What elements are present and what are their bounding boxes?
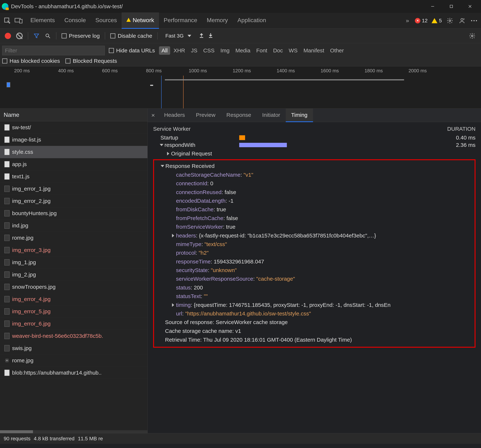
main-tab-memory[interactable]: Memory — [202, 12, 233, 29]
horizontal-scrollbar[interactable] — [0, 430, 147, 433]
request-row[interactable]: img_2.jpg — [0, 269, 147, 281]
inspect-icon[interactable] — [3, 16, 12, 25]
main-tab-sources[interactable]: Sources — [91, 12, 122, 29]
request-row[interactable]: img_error_2.jpg — [0, 195, 147, 207]
request-row[interactable]: ind.jpg — [0, 219, 147, 232]
request-row[interactable]: rome.jpg — [0, 232, 147, 244]
record-button[interactable] — [5, 33, 11, 39]
close-button[interactable] — [461, 1, 479, 12]
filter-type-other[interactable]: Other — [328, 46, 346, 55]
timeline-slider[interactable] — [165, 79, 404, 80]
property-row[interactable]: protocol: "h2" — [156, 248, 473, 257]
disclosure-triangle-icon[interactable] — [172, 303, 174, 307]
property-row[interactable]: fromDiskCache: true — [156, 205, 473, 214]
settings-icon[interactable] — [446, 17, 454, 25]
file-type-icon — [4, 345, 9, 351]
main-tab-performance[interactable]: Performance — [159, 12, 202, 29]
property-row[interactable]: headers: {x-fastly-request-id: "b1ca157e… — [156, 231, 473, 240]
property-row[interactable]: connectionId: 0 — [156, 179, 473, 188]
request-row[interactable]: img_error_6.jpg — [0, 318, 147, 330]
property-row[interactable]: securityState: "unknown" — [156, 266, 473, 275]
request-row[interactable]: blob:https://anubhamathur14.github.. — [0, 367, 147, 379]
minimize-button[interactable] — [423, 1, 442, 12]
hide-data-urls-checkbox[interactable]: Hide data URLs — [109, 47, 155, 54]
search-icon[interactable] — [45, 33, 51, 39]
request-row[interactable]: snowTroopers.jpg — [0, 281, 147, 293]
filter-toggle-icon[interactable] — [33, 33, 40, 39]
property-row[interactable]: status: 200 — [156, 283, 473, 292]
property-row[interactable]: fromServiceWorker: true — [156, 223, 473, 231]
clear-button[interactable] — [16, 33, 23, 39]
request-row[interactable]: style.css — [0, 146, 147, 158]
kebab-menu-icon[interactable] — [470, 17, 478, 25]
property-row[interactable]: url: "https://anubhamathur14.github.io/s… — [156, 309, 473, 318]
response-received-node[interactable]: Response Received — [156, 162, 473, 170]
request-row[interactable]: weaver-bird-nest-56e6c0323df78c5b. — [0, 330, 147, 342]
property-row[interactable]: cacheStorageCacheName: "v1" — [156, 171, 473, 179]
name-column-header[interactable]: Name — [0, 109, 147, 121]
request-row[interactable]: img_error_4.jpg — [0, 293, 147, 305]
device-toggle-icon[interactable] — [14, 16, 23, 25]
blocked-requests-checkbox[interactable]: Blocked Requests — [65, 58, 117, 64]
disable-cache-checkbox[interactable]: Disable cache — [110, 33, 152, 39]
property-row[interactable]: serviceWorkerResponseSource: "cache-stor… — [156, 275, 473, 283]
filter-type-css[interactable]: CSS — [201, 46, 217, 55]
warning-count[interactable]: 5 — [432, 18, 442, 24]
property-row[interactable]: connectionReused: false — [156, 188, 473, 196]
request-row[interactable]: bountyHunters.jpg — [0, 207, 147, 219]
request-name: ind.jpg — [12, 223, 28, 229]
request-row[interactable]: img_error_5.jpg — [0, 305, 147, 318]
upload-har-icon[interactable] — [199, 32, 204, 39]
detail-tab-preview[interactable]: Preview — [190, 109, 221, 122]
filter-type-doc[interactable]: Doc — [271, 46, 285, 55]
error-count[interactable]: × 12 — [415, 18, 428, 24]
main-tab-elements[interactable]: Elements — [26, 12, 60, 29]
request-row[interactable]: sw-test/ — [0, 121, 147, 134]
property-row[interactable]: mimeType: "text/css" — [156, 240, 473, 248]
maximize-button[interactable] — [442, 1, 460, 12]
disclosure-triangle-icon[interactable] — [160, 144, 163, 146]
network-settings-icon[interactable] — [468, 32, 476, 40]
more-panels-button[interactable]: » — [404, 13, 411, 28]
disclosure-triangle-icon[interactable] — [172, 234, 174, 238]
filter-type-img[interactable]: Img — [218, 46, 232, 55]
main-tab-console[interactable]: Console — [60, 12, 90, 29]
filter-input[interactable] — [2, 46, 105, 55]
filter-type-media[interactable]: Media — [233, 46, 253, 55]
property-row[interactable]: encodedDataLength: -1 — [156, 196, 473, 205]
filter-type-font[interactable]: Font — [254, 46, 270, 55]
filter-type-all[interactable]: All — [159, 46, 170, 55]
property-row[interactable]: fromPrefetchCache: false — [156, 214, 473, 223]
request-row[interactable]: app.js — [0, 158, 147, 171]
property-row[interactable]: responseTime: 1594332961968.047 — [156, 257, 473, 266]
property-row[interactable]: timing: {requestTime: 1746751.185435, pr… — [156, 301, 473, 309]
svg-point-13 — [46, 34, 49, 37]
network-overview-timeline[interactable]: 200 ms400 ms600 ms800 ms1000 ms1200 ms14… — [0, 67, 481, 109]
download-har-icon[interactable] — [208, 32, 213, 39]
filter-type-js[interactable]: JS — [188, 46, 200, 55]
filter-type-xhr[interactable]: XHR — [171, 46, 188, 55]
file-type-icon — [4, 333, 9, 339]
account-icon[interactable] — [458, 17, 466, 25]
main-tab-network[interactable]: Network — [122, 12, 159, 29]
property-row[interactable]: statusText: "" — [156, 292, 473, 300]
main-tab-application[interactable]: Application — [233, 12, 271, 29]
filter-type-manifest[interactable]: Manifest — [301, 46, 327, 55]
original-request-node[interactable]: Original Request — [153, 149, 475, 158]
has-blocked-cookies-checkbox[interactable]: Has blocked cookies — [2, 58, 60, 64]
request-row[interactable]: img_1.jpg — [0, 256, 147, 269]
request-row[interactable]: swis.jpg — [0, 342, 147, 354]
throttling-select[interactable]: Fast 3G — [163, 32, 194, 40]
request-row[interactable]: text1.js — [0, 171, 147, 183]
detail-tab-response[interactable]: Response — [221, 109, 257, 122]
filter-type-ws[interactable]: WS — [286, 46, 300, 55]
request-row[interactable]: img_error_1.jpg — [0, 183, 147, 195]
detail-tab-initiator[interactable]: Initiator — [257, 109, 286, 122]
request-row[interactable]: image-list.js — [0, 134, 147, 146]
preserve-log-checkbox[interactable]: Preserve log — [61, 33, 100, 39]
detail-tab-headers[interactable]: Headers — [159, 109, 190, 122]
request-row[interactable]: img_error_3.jpg — [0, 244, 147, 256]
request-row[interactable]: rome.jpg — [0, 354, 147, 367]
detail-tab-timing[interactable]: Timing — [286, 109, 313, 122]
close-detail-icon[interactable]: × — [148, 112, 159, 119]
